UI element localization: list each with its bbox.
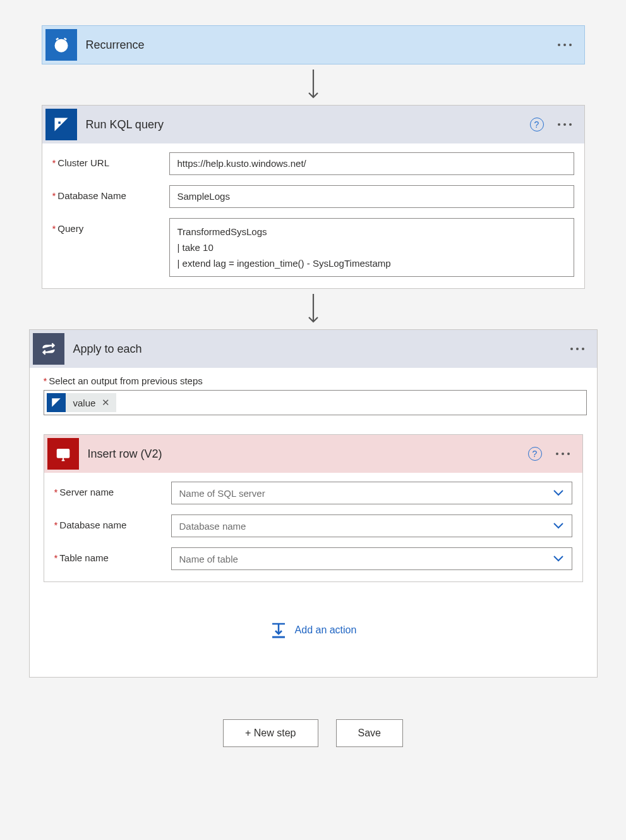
server-name-label: *Server name [54,482,171,497]
select-output-label: *Select an output from previous steps [44,375,593,386]
clock-icon [45,29,77,61]
more-icon[interactable] [553,447,572,460]
kusto-icon [45,109,77,140]
svg-rect-1 [62,125,64,128]
foreach-title: Apply to each [73,343,568,356]
new-step-button[interactable]: + New step [223,719,318,747]
arrow-down-icon [28,293,598,326]
more-icon[interactable] [568,343,587,355]
select-output-input[interactable]: value ✕ [44,390,587,415]
add-action-button[interactable]: Add an action [30,583,597,677]
recurrence-title: Recurrence [86,39,555,52]
database-name-input[interactable]: SampleLogs [169,185,574,208]
table-name-label: *Table name [54,547,171,563]
arrow-down-icon [28,68,598,101]
help-icon[interactable]: ? [528,447,542,461]
chevron-down-icon [553,488,564,499]
svg-rect-2 [58,121,61,124]
save-button[interactable]: Save [336,719,403,747]
insert-row-title: Insert row (V2) [88,447,528,461]
sql-icon: SQL [47,438,79,470]
server-name-select[interactable]: Name of SQL server [171,482,572,504]
cluster-url-label: *Cluster URL [52,152,169,168]
kusto-icon [47,393,66,412]
help-icon[interactable]: ? [530,118,544,131]
insert-row-step[interactable]: SQL Insert row (V2) ? *Server name Name … [44,434,583,582]
value-token[interactable]: value ✕ [47,393,117,412]
database-name-select[interactable]: Database name [171,514,572,537]
query-input[interactable]: TransformedSysLogs | take 10 | extend la… [169,218,574,277]
table-name-select[interactable]: Name of table [171,547,572,570]
query-label: *Query [52,218,169,234]
apply-to-each-step[interactable]: Apply to each *Select an output from pre… [29,329,598,678]
run-kql-step[interactable]: Run KQL query ? *Cluster URL https://hel… [42,105,585,289]
loop-icon [33,333,64,365]
database-name-label: *Database name [54,514,171,530]
recurrence-step[interactable]: Recurrence [42,25,585,64]
svg-text:SQL: SQL [59,451,69,456]
more-icon[interactable] [555,39,574,51]
remove-token-icon[interactable]: ✕ [102,397,116,408]
database-name-label: *Database Name [52,185,169,201]
more-icon[interactable] [555,118,574,131]
kql-title: Run KQL query [86,118,530,131]
chevron-down-icon [553,554,564,564]
cluster-url-input[interactable]: https://help.kusto.windows.net/ [169,152,574,175]
chevron-down-icon [553,521,564,532]
